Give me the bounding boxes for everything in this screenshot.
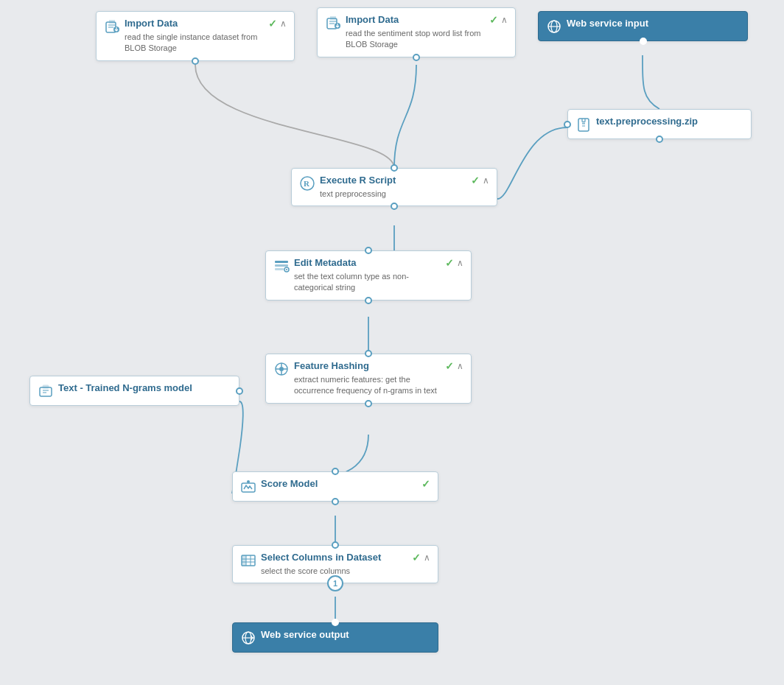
import-data-1-check: ✓ (268, 18, 277, 29)
feature-hashing-desc: extract numeric features: get the occurr… (294, 374, 441, 397)
import-icon-1 (104, 18, 120, 35)
score-model-port-bottom[interactable] (332, 498, 339, 505)
score-model-node[interactable]: Score Model ✓ (232, 471, 438, 502)
edit-metadata-desc: set the text column type as non-categori… (294, 271, 441, 294)
import-data-2-desc: read the sentiment stop word list from B… (346, 28, 485, 51)
execute-r-chevron[interactable]: ∧ (483, 175, 489, 186)
feature-hashing-node[interactable]: Feature Hashing extract numeric features… (265, 354, 472, 404)
edit-metadata-port-top[interactable] (365, 247, 372, 254)
import-icon-2 (325, 15, 341, 31)
score-model-title: Score Model (261, 478, 417, 491)
import-data-2-chevron[interactable]: ∧ (501, 15, 508, 25)
web-service-input-title: Web service input (567, 18, 740, 30)
import-data-1-node[interactable]: Import Data read the single instance dat… (96, 11, 295, 61)
svg-rect-12 (275, 268, 284, 270)
svg-rect-21 (242, 555, 246, 566)
edit-metadata-node[interactable]: Edit Metadata set the text column type a… (265, 250, 472, 301)
import-data-2-node[interactable]: Import Data read the sentiment stop word… (317, 7, 516, 57)
web-service-input-icon (546, 18, 562, 35)
svg-rect-10 (275, 261, 288, 263)
select-columns-check: ✓ (412, 552, 421, 563)
execute-r-port-top[interactable] (391, 164, 398, 172)
r-script-icon: R (299, 175, 315, 192)
edit-metadata-port-bottom[interactable] (365, 297, 372, 304)
svg-rect-6 (578, 119, 589, 131)
import-data-2-port-bottom[interactable] (413, 54, 420, 61)
trained-model-icon (38, 383, 54, 399)
import-data-1-chevron[interactable]: ∧ (280, 18, 287, 29)
feature-hashing-icon (273, 361, 290, 377)
edit-metadata-title: Edit Metadata (294, 257, 441, 270)
feature-hashing-check: ✓ (445, 360, 454, 372)
edit-metadata-chevron[interactable]: ∧ (457, 258, 463, 268)
score-model-port-top[interactable] (332, 468, 339, 475)
trained-model-node[interactable]: Text - Trained N-grams model (29, 376, 239, 406)
feature-hashing-title: Feature Hashing (294, 360, 441, 373)
import-data-1-title: Import Data (125, 18, 264, 30)
select-columns-icon (240, 552, 256, 569)
execute-r-port-bottom[interactable] (391, 203, 398, 210)
text-preprocessing-node[interactable]: text.preprocessing.zip (567, 109, 752, 139)
select-columns-node[interactable]: Select Columns in Dataset select the sco… (232, 545, 438, 583)
feature-hashing-chevron[interactable]: ∧ (457, 361, 463, 371)
svg-point-19 (247, 480, 250, 483)
import-data-1-desc: read the single instance dataset from BL… (125, 32, 264, 55)
execute-r-script-node[interactable]: R Execute R Script text preprocessing ✓ … (291, 168, 497, 206)
trained-model-port-right[interactable] (236, 387, 243, 395)
import-data-2-title: Import Data (346, 14, 485, 27)
svg-rect-11 (275, 264, 288, 267)
select-columns-port-top[interactable] (332, 541, 339, 549)
feature-hashing-port-bottom[interactable] (365, 400, 372, 407)
web-service-output-icon (240, 630, 256, 646)
edit-metadata-check: ✓ (445, 257, 454, 269)
trained-model-title: Text - Trained N-grams model (58, 382, 231, 395)
zip-icon (575, 116, 592, 133)
select-columns-title: Select Columns in Dataset (261, 552, 407, 564)
score-model-icon (240, 479, 256, 495)
score-model-check: ✓ (421, 478, 430, 490)
execute-r-check: ✓ (471, 175, 480, 186)
svg-point-17 (279, 367, 284, 371)
text-preprocessing-title: text.preprocessing.zip (596, 116, 743, 128)
svg-text:R: R (304, 179, 310, 188)
web-service-input-port-bottom[interactable] (640, 38, 647, 45)
web-service-output-title: Web service output (261, 629, 430, 642)
import-data-2-check: ✓ (489, 14, 498, 26)
web-service-output-node[interactable]: Web service output (232, 622, 438, 653)
select-columns-chevron[interactable]: ∧ (424, 552, 430, 563)
metadata-icon (273, 258, 290, 274)
text-preprocessing-port-left[interactable] (564, 121, 571, 128)
import-data-1-port-bottom[interactable] (192, 57, 199, 65)
workflow-canvas: Import Data read the single instance dat… (0, 0, 784, 685)
execute-r-desc: text preprocessing (320, 189, 466, 200)
text-preprocessing-port-bottom[interactable] (656, 136, 663, 143)
select-columns-badge: 1 (327, 575, 343, 591)
svg-rect-15 (43, 385, 49, 388)
web-service-output-port-top[interactable] (332, 619, 339, 626)
svg-rect-14 (40, 387, 52, 396)
web-service-input-node[interactable]: Web service input (538, 11, 748, 41)
execute-r-title: Execute R Script (320, 175, 466, 187)
feature-hashing-port-top[interactable] (365, 350, 372, 357)
